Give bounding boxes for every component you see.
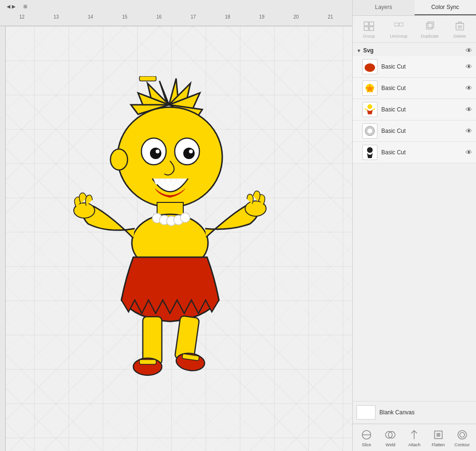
svg-point-48 — [367, 104, 372, 109]
contour-label: Contour — [455, 442, 470, 447]
weld-label: Weld — [386, 442, 395, 447]
svg-parent-row[interactable]: ▼ Svg 👁 — [353, 45, 476, 56]
svg-point-20 — [156, 150, 159, 153]
ruler-num-12: 12 — [5, 14, 39, 20]
delete-icon — [452, 20, 467, 33]
ungroup-icon — [391, 20, 407, 33]
layer-5-eye[interactable]: 👁 — [466, 149, 472, 156]
svg-point-60 — [458, 431, 466, 439]
layer-item-5[interactable]: Basic Cut 👁 — [353, 142, 476, 163]
attach-tool[interactable]: Attach — [407, 428, 422, 447]
layer-1-name: Basic Cut — [381, 63, 462, 70]
canvas-tool-btn-2[interactable]: ⊞ — [21, 3, 29, 10]
svg-rect-37 — [399, 23, 403, 26]
svg-collapse-arrow[interactable]: ▼ — [357, 48, 361, 53]
svg-rect-39 — [428, 22, 434, 28]
slice-label: Slice — [362, 442, 371, 447]
canvas-toolbar: ◀ ▶ ⊞ — [5, 3, 29, 10]
layer-thumb-2 — [362, 80, 377, 96]
tab-color-sync[interactable]: Color Sync — [415, 0, 476, 15]
canvas-area: ◀ ▶ ⊞ 12 13 14 15 16 17 18 19 20 21 — [0, 0, 352, 451]
ruler-top: ◀ ▶ ⊞ 12 13 14 15 16 17 18 19 20 21 — [0, 0, 352, 26]
svg-line-50 — [373, 109, 375, 110]
attach-label: Attach — [408, 442, 421, 447]
delete-tool[interactable]: Delete — [452, 20, 467, 39]
contour-tool[interactable]: Contour — [455, 428, 470, 447]
ruler-num-16: 16 — [142, 14, 176, 20]
svg-point-61 — [460, 432, 465, 437]
svg-line-49 — [365, 109, 367, 110]
layer-item-1[interactable]: Basic Cut 👁 — [353, 56, 476, 78]
svg-point-24 — [110, 149, 128, 170]
layer-4-name: Basic Cut — [381, 128, 462, 134]
ungroup-label: UnGroup — [390, 34, 407, 39]
svg-visibility-icon[interactable]: 👁 — [466, 47, 472, 54]
ruler-num-17: 17 — [176, 14, 210, 20]
svg-parent-label: Svg — [363, 47, 464, 54]
svg-point-19 — [150, 148, 161, 159]
ungroup-tool[interactable]: UnGroup — [390, 20, 407, 39]
svg-point-23 — [189, 150, 193, 153]
svg-rect-59 — [436, 433, 440, 437]
svg-rect-28 — [139, 360, 156, 364]
svg-rect-32 — [364, 22, 368, 26]
grid-canvas — [0, 26, 352, 451]
svg-rect-36 — [395, 23, 398, 26]
layer-thumb-4 — [362, 123, 377, 139]
ruler-num-21: 21 — [313, 14, 347, 20]
tab-layers[interactable]: Layers — [353, 0, 415, 15]
blank-canvas-row[interactable]: Blank Canvas — [353, 401, 476, 424]
svg-rect-27 — [139, 76, 156, 81]
panel-toolbar: Group UnGroup Duplicate Delete — [353, 16, 476, 43]
character-container[interactable] — [33, 64, 305, 421]
layers-list: ▼ Svg 👁 Basic Cut 👁 Basic Cu — [353, 43, 476, 401]
svg-point-52 — [367, 129, 372, 133]
ruler-num-14: 14 — [73, 14, 108, 20]
group-label: Group — [363, 34, 375, 39]
duplicate-tool[interactable]: Duplicate — [421, 20, 439, 39]
svg-rect-25 — [143, 317, 162, 364]
group-tool[interactable]: Group — [361, 20, 377, 39]
layer-item-2[interactable]: Basic Cut 👁 — [353, 78, 476, 99]
canvas-tool-btn-1[interactable]: ◀ ▶ — [5, 3, 18, 10]
svg-rect-33 — [369, 22, 374, 26]
ruler-left — [0, 26, 6, 451]
ruler-num-18: 18 — [210, 14, 245, 20]
layer-item-4[interactable]: Basic Cut 👁 — [353, 120, 476, 142]
blank-canvas-thumb — [357, 405, 376, 420]
layer-item-3[interactable]: Basic Cut 👁 — [353, 99, 476, 120]
layer-1-eye[interactable]: 👁 — [466, 63, 472, 70]
contour-icon — [455, 428, 470, 441]
ruler-numbers: 12 13 14 15 16 17 18 19 20 21 — [0, 14, 352, 20]
weld-tool[interactable]: Weld — [383, 428, 398, 447]
layer-thumb-3 — [362, 102, 377, 117]
layer-2-name: Basic Cut — [381, 85, 462, 91]
svg-point-22 — [183, 148, 195, 159]
duplicate-icon — [422, 20, 437, 33]
layer-5-name: Basic Cut — [381, 149, 462, 156]
slice-tool[interactable]: Slice — [359, 428, 374, 447]
layer-4-eye[interactable]: 👁 — [466, 127, 472, 135]
ruler-num-15: 15 — [108, 14, 142, 20]
tabs-bar: Layers Color Sync — [353, 0, 476, 16]
blank-canvas-label: Blank Canvas — [379, 409, 415, 416]
group-icon — [361, 20, 377, 33]
attach-icon — [407, 428, 422, 441]
svg-point-17 — [180, 213, 190, 222]
flatten-icon — [431, 428, 446, 441]
layer-3-name: Basic Cut — [381, 106, 462, 113]
right-panel: Layers Color Sync Group UnGroup Duplicat… — [352, 0, 476, 451]
delete-label: Delete — [454, 34, 466, 39]
svg-rect-38 — [426, 23, 432, 29]
duplicate-label: Duplicate — [421, 34, 439, 39]
ruler-num-13: 13 — [39, 14, 73, 20]
ruler-num-20: 20 — [279, 14, 313, 20]
flatten-tool[interactable]: Flatten — [431, 428, 446, 447]
layer-2-eye[interactable]: 👁 — [466, 84, 472, 92]
bottom-toolbar: Slice Weld Attach Flatten Contour — [353, 424, 476, 451]
layer-3-eye[interactable]: 👁 — [466, 106, 472, 113]
ruler-num-19: 19 — [245, 14, 279, 20]
slice-icon — [359, 428, 374, 441]
svg-rect-34 — [364, 27, 368, 30]
character-svg — [50, 76, 288, 410]
